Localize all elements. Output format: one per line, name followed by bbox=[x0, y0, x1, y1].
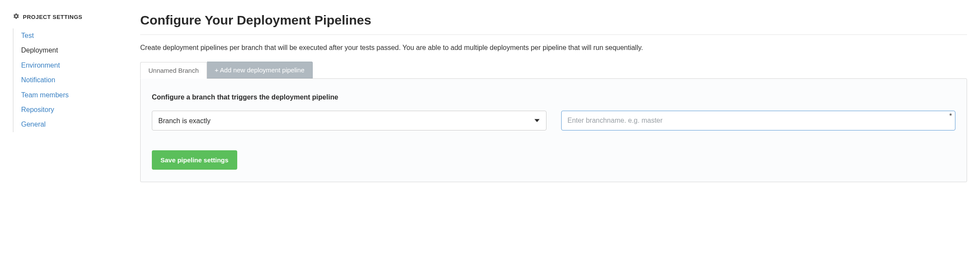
main-content: Configure Your Deployment Pipelines Crea… bbox=[125, 0, 980, 267]
branch-form-row: Branch is exactly * bbox=[152, 111, 955, 130]
branch-condition-select-wrap: Branch is exactly bbox=[152, 111, 547, 130]
sidebar-item-label: Team members bbox=[21, 91, 69, 99]
tabs-row: Unnamed Branch + Add new deployment pipe… bbox=[140, 62, 967, 78]
tab-add-pipeline[interactable]: + Add new deployment pipeline bbox=[207, 62, 313, 78]
tab-label: Unnamed Branch bbox=[148, 67, 199, 74]
gears-icon bbox=[13, 13, 19, 21]
button-label: Save pipeline settings bbox=[160, 156, 229, 164]
pipeline-config-panel: Configure a branch that triggers the dep… bbox=[140, 78, 967, 182]
page-title: Configure Your Deployment Pipelines bbox=[140, 13, 967, 35]
sidebar-item-general[interactable]: General bbox=[13, 117, 116, 132]
sidebar-item-test[interactable]: Test bbox=[13, 28, 116, 43]
section-heading: Configure a branch that triggers the dep… bbox=[152, 93, 955, 101]
sidebar-heading: PROJECT SETTINGS bbox=[23, 14, 82, 20]
tab-label: + Add new deployment pipeline bbox=[215, 66, 305, 74]
sidebar-item-repository[interactable]: Repository bbox=[13, 102, 116, 117]
branch-condition-select[interactable]: Branch is exactly bbox=[152, 111, 547, 130]
sidebar-nav: Test Deployment Environment Notification… bbox=[13, 28, 116, 132]
sidebar-item-label: Test bbox=[21, 32, 34, 39]
sidebar: PROJECT SETTINGS Test Deployment Environ… bbox=[0, 0, 125, 267]
tab-unnamed-branch[interactable]: Unnamed Branch bbox=[140, 62, 207, 79]
sidebar-item-label: Environment bbox=[21, 62, 60, 69]
sidebar-item-label: Notification bbox=[21, 76, 55, 84]
branch-name-input-wrap: * bbox=[561, 111, 956, 130]
sidebar-item-deployment[interactable]: Deployment bbox=[13, 43, 116, 58]
sidebar-item-label: Repository bbox=[21, 106, 54, 113]
save-pipeline-button[interactable]: Save pipeline settings bbox=[152, 150, 237, 170]
sidebar-item-environment[interactable]: Environment bbox=[13, 58, 116, 73]
sidebar-item-label: General bbox=[21, 121, 46, 128]
branch-name-input[interactable] bbox=[561, 111, 956, 130]
sidebar-item-notification[interactable]: Notification bbox=[13, 73, 116, 87]
sidebar-item-label: Deployment bbox=[21, 47, 58, 54]
page-description: Create deployment pipelines per branch t… bbox=[140, 43, 967, 53]
sidebar-item-team-members[interactable]: Team members bbox=[13, 88, 116, 102]
sidebar-header: PROJECT SETTINGS bbox=[13, 13, 116, 21]
